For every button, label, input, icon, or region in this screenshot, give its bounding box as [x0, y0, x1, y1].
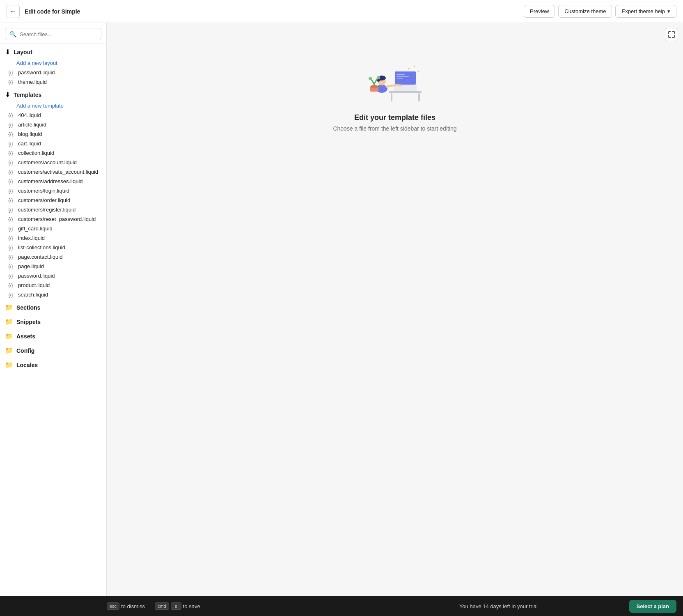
liquid-icon: {/}: [7, 160, 15, 165]
empty-illustration: ✦ ✦ ✦: [366, 56, 424, 105]
list-item[interactable]: {/}gift_card.liquid: [0, 224, 106, 233]
list-item[interactable]: {/}customers/register.liquid: [0, 205, 106, 214]
templates-section-header[interactable]: ⬇ Templates: [0, 87, 106, 101]
svg-rect-1: [391, 93, 392, 101]
section-group-sections: 📁 Sections: [0, 299, 106, 314]
keyboard-hint-dismiss: esc to dismiss: [107, 602, 145, 610]
add-template-link[interactable]: Add a new template: [0, 101, 106, 110]
section-group-locales: 📁 Locales: [0, 357, 106, 371]
select-plan-button[interactable]: Select a plan: [629, 600, 676, 613]
header-title: Edit code for Simple: [25, 8, 80, 15]
liquid-icon: {/}: [7, 122, 15, 128]
file-name: page.contact.liquid: [18, 254, 62, 260]
snippets-section-header[interactable]: 📁 Snippets: [0, 314, 106, 328]
customize-theme-button[interactable]: Customize theme: [558, 5, 612, 18]
list-item[interactable]: {/}cart.liquid: [0, 139, 106, 148]
esc-hint-text: to dismiss: [121, 603, 145, 609]
folder-download-icon: ⬇: [5, 48, 10, 56]
file-name: customers/activate_account.liquid: [18, 169, 98, 175]
list-item[interactable]: {/} theme.liquid: [0, 77, 106, 87]
list-item[interactable]: {/}password.liquid: [0, 271, 106, 280]
svg-text:✦: ✦: [413, 65, 416, 68]
expert-label: Expert theme help: [621, 8, 665, 14]
list-item[interactable]: {/}article.liquid: [0, 120, 106, 129]
list-item[interactable]: {/}customers/reset_password.liquid: [0, 214, 106, 224]
file-name: product.liquid: [18, 282, 50, 288]
svg-text:✦: ✦: [417, 70, 419, 73]
bottom-bar-left: esc to dismiss cmd s to save: [107, 602, 368, 610]
liquid-icon: {/}: [7, 169, 15, 175]
list-item[interactable]: {/}customers/activate_account.liquid: [0, 167, 106, 177]
templates-file-list: {/}404.liquid{/}article.liquid{/}blog.li…: [0, 110, 106, 299]
cmd-key: cmd: [155, 602, 169, 610]
config-section-header[interactable]: 📁 Config: [0, 342, 106, 357]
liquid-icon: {/}: [7, 283, 15, 288]
trial-text: You have 14 days left in your trial: [368, 603, 629, 609]
liquid-icon: {/}: [7, 292, 15, 298]
list-item[interactable]: {/}blog.liquid: [0, 129, 106, 139]
empty-state: ✦ ✦ ✦ Edit your template files Choose a …: [333, 56, 456, 132]
liquid-icon: {/}: [7, 245, 15, 251]
fullscreen-button[interactable]: [665, 28, 678, 41]
search-box[interactable]: 🔍: [5, 28, 101, 40]
list-item[interactable]: {/}customers/addresses.liquid: [0, 177, 106, 186]
empty-state-subtitle: Choose a file from the left sidebar to s…: [333, 125, 456, 132]
folder-download-icon: ⬇: [5, 91, 10, 99]
file-name: password.liquid: [18, 69, 55, 76]
folder-icon: 📁: [5, 332, 13, 340]
folder-icon: 📁: [5, 303, 13, 311]
liquid-icon: {/}: [7, 141, 15, 147]
liquid-icon: {/}: [7, 179, 15, 184]
liquid-icon: {/}: [7, 226, 15, 232]
add-layout-link[interactable]: Add a new layout: [0, 58, 106, 68]
assets-section-header[interactable]: 📁 Assets: [0, 328, 106, 342]
file-name: search.liquid: [18, 292, 48, 298]
liquid-icon: {/}: [7, 113, 15, 118]
liquid-icon: {/}: [7, 207, 15, 213]
list-item[interactable]: {/}search.liquid: [0, 290, 106, 299]
file-name: list-collections.liquid: [18, 244, 65, 251]
svg-point-13: [370, 85, 378, 88]
file-name: 404.liquid: [18, 112, 41, 118]
expert-help-button[interactable]: Expert theme help ▾: [615, 5, 676, 18]
list-item[interactable]: {/}list-collections.liquid: [0, 243, 106, 252]
back-button[interactable]: ←: [7, 5, 20, 18]
list-item[interactable]: {/}collection.liquid: [0, 148, 106, 158]
liquid-icon: {/}: [7, 150, 15, 156]
layout-label: Layout: [14, 49, 32, 55]
list-item[interactable]: {/}page.liquid: [0, 262, 106, 271]
keyboard-hint-save: cmd s to save: [155, 602, 200, 610]
empty-state-title: Edit your template files: [354, 113, 435, 122]
svg-rect-2: [418, 93, 420, 101]
sections-section-header[interactable]: 📁 Sections: [0, 299, 106, 314]
file-name: customers/login.liquid: [18, 188, 69, 194]
list-item[interactable]: {/}customers/account.liquid: [0, 158, 106, 167]
chevron-down-icon: ▾: [667, 8, 670, 14]
list-item[interactable]: {/}404.liquid: [0, 110, 106, 120]
fullscreen-icon: [668, 31, 675, 38]
file-name: customers/account.liquid: [18, 159, 77, 165]
locales-label: Locales: [16, 362, 38, 368]
liquid-icon: {/}: [7, 264, 15, 269]
list-item[interactable]: {/}product.liquid: [0, 280, 106, 290]
section-group-layout: ⬇ Layout Add a new layout {/} password.l…: [0, 44, 106, 87]
list-item[interactable]: {/}customers/login.liquid: [0, 186, 106, 195]
file-name: theme.liquid: [18, 79, 47, 85]
list-item[interactable]: {/}index.liquid: [0, 233, 106, 243]
sections-label: Sections: [16, 304, 40, 311]
preview-button[interactable]: Preview: [524, 5, 555, 18]
search-input[interactable]: [20, 31, 97, 37]
file-name: gift_card.liquid: [18, 225, 53, 232]
search-icon: 🔍: [9, 31, 16, 37]
list-item[interactable]: {/}page.contact.liquid: [0, 252, 106, 262]
list-item[interactable]: {/}customers/order.liquid: [0, 195, 106, 205]
locales-section-header[interactable]: 📁 Locales: [0, 357, 106, 371]
sidebar: 🔍 ⬇ Layout Add a new layout {/} password…: [0, 23, 107, 596]
header-left: ← Edit code for Simple: [7, 5, 524, 18]
folder-icon: 📁: [5, 361, 13, 369]
file-name: password.liquid: [18, 273, 55, 279]
list-item[interactable]: {/} password.liquid: [0, 68, 106, 77]
assets-label: Assets: [16, 333, 35, 340]
svg-text:✦: ✦: [407, 67, 410, 71]
layout-section-header[interactable]: ⬇ Layout: [0, 44, 106, 58]
